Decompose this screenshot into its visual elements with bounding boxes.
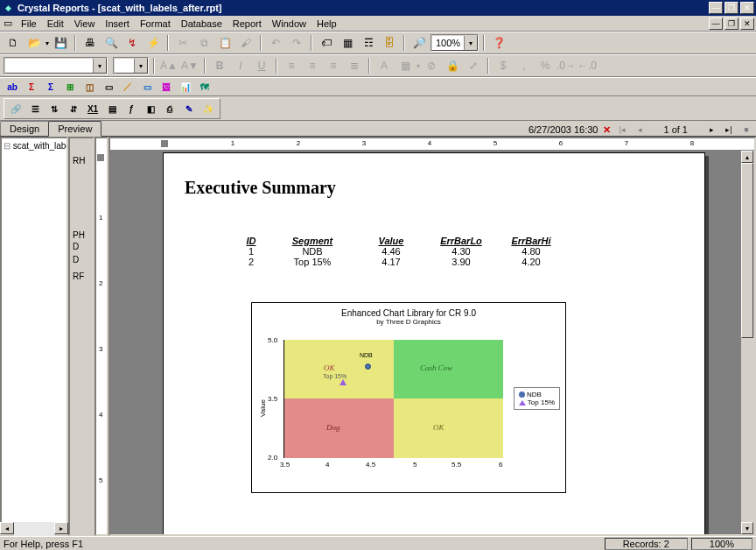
align-justify-button[interactable]: ≣: [345, 56, 364, 75]
open-dropdown[interactable]: ▾: [46, 39, 49, 47]
bold-button[interactable]: B: [210, 56, 229, 75]
refresh-button[interactable]: ⚡: [144, 33, 163, 53]
insert-summary-button[interactable]: Σ: [23, 78, 40, 95]
scroll-left-button[interactable]: ◂: [0, 522, 14, 534]
format-expert-button[interactable]: ✎: [180, 100, 198, 117]
section-d2[interactable]: D: [73, 255, 79, 264]
italic-button[interactable]: I: [231, 56, 250, 75]
insert-line-button[interactable]: ／: [119, 78, 136, 95]
group-tree-button[interactable]: 🏷: [317, 33, 336, 53]
insert-box-button[interactable]: ▭: [138, 78, 156, 95]
format-painter-button[interactable]: 🖌: [236, 33, 256, 53]
doc-minimize-button[interactable]: —: [709, 18, 723, 30]
cut-button[interactable]: ✂: [173, 33, 192, 53]
zoom-value[interactable]: 100%: [432, 36, 464, 50]
align-center-button[interactable]: ≡: [303, 56, 322, 75]
print-preview-button[interactable]: 🔍: [102, 33, 121, 53]
open-button[interactable]: 📂: [24, 33, 44, 53]
menu-view[interactable]: View: [69, 17, 101, 31]
borders-dropdown[interactable]: ▾: [416, 62, 420, 70]
tab-design[interactable]: Design: [0, 121, 49, 136]
new-button[interactable]: 🗋: [4, 33, 23, 53]
currency-button[interactable]: $: [494, 56, 513, 75]
page-vertical-scrollbar[interactable]: ▴ ▾: [740, 151, 754, 534]
font-value[interactable]: [5, 59, 93, 73]
database-expert-button[interactable]: 🔗: [7, 100, 24, 117]
zoom-combo[interactable]: 100% ▾: [430, 34, 479, 52]
repository-button[interactable]: 🗄: [380, 33, 399, 53]
page-scroll[interactable]: Executive Summary ID Segment Value ErrBa…: [110, 151, 754, 534]
print-button[interactable]: 🖶: [80, 33, 100, 53]
next-page-button[interactable]: ▸: [705, 123, 718, 136]
redo-button[interactable]: ↷: [287, 33, 306, 53]
group-sort-expert-button[interactable]: ⇅: [46, 100, 63, 117]
chart-object[interactable]: Enhanced Chart Library for CR 9.0 by Thr…: [251, 302, 566, 493]
stop-button[interactable]: ■: [740, 123, 752, 136]
olap-expert-button[interactable]: ◧: [142, 100, 159, 117]
lock-size-button[interactable]: ⤢: [464, 56, 483, 75]
insert-crosstab-button[interactable]: ⊞: [61, 78, 79, 95]
insert-olap-button[interactable]: ◫: [80, 78, 98, 95]
export-button[interactable]: ↯: [122, 33, 142, 53]
thousands-button[interactable]: ,: [514, 56, 534, 75]
font-combo[interactable]: ▾: [4, 57, 108, 74]
section-ph[interactable]: PH: [73, 230, 85, 240]
percent-button[interactable]: %: [536, 56, 555, 75]
help-button[interactable]: ❓: [489, 33, 508, 53]
menu-window[interactable]: Window: [267, 17, 312, 31]
fontsize-combo[interactable]: ▾: [113, 57, 149, 74]
lock-format-button[interactable]: 🔒: [443, 56, 462, 75]
align-right-button[interactable]: ≡: [324, 56, 343, 75]
close-button[interactable]: ✕: [740, 2, 754, 14]
section-rf[interactable]: RF: [73, 271, 84, 281]
decrease-font-button[interactable]: A▼: [180, 56, 200, 75]
paste-button[interactable]: 📋: [215, 33, 234, 53]
insert-group-button[interactable]: Σ: [42, 78, 60, 95]
section-rh[interactable]: RH: [73, 156, 85, 166]
underline-button[interactable]: U: [252, 56, 271, 75]
increase-font-button[interactable]: A▲: [159, 56, 178, 75]
section-expert-button[interactable]: ▤: [103, 100, 121, 117]
formula-workshop-button[interactable]: ƒ: [122, 100, 140, 117]
group-expert-button[interactable]: ☰: [26, 100, 44, 117]
last-page-button[interactable]: ▸|: [723, 123, 735, 136]
insert-map-button[interactable]: 🗺: [196, 78, 214, 95]
outside-borders-button[interactable]: ▦: [396, 56, 415, 75]
prev-page-button[interactable]: ◂: [634, 123, 646, 136]
field-explorer-button[interactable]: ▦: [338, 33, 357, 53]
doc-close-button[interactable]: ✕: [740, 18, 754, 30]
insert-subreport-button[interactable]: ▭: [100, 78, 117, 95]
report-explorer-button[interactable]: ☶: [359, 33, 378, 53]
fontsize-value[interactable]: [115, 59, 134, 73]
find-button[interactable]: 🔎: [410, 33, 429, 53]
tree-hscroll[interactable]: ◂ ▸: [0, 522, 68, 536]
increase-decimals-button[interactable]: .0→: [556, 56, 576, 75]
scroll-right-button[interactable]: ▸: [54, 522, 68, 534]
highlighting-expert-button[interactable]: ✨: [200, 100, 217, 117]
font-color-button[interactable]: A: [374, 56, 394, 75]
align-left-button[interactable]: ≡: [282, 56, 301, 75]
first-page-button[interactable]: |◂: [616, 123, 628, 136]
undo-button[interactable]: ↶: [266, 33, 285, 53]
chevron-down-icon[interactable]: ▾: [134, 59, 147, 73]
chevron-down-icon[interactable]: ▾: [93, 59, 106, 73]
insert-text-button[interactable]: ab: [4, 78, 21, 95]
save-button[interactable]: 💾: [51, 33, 70, 53]
scroll-down-button[interactable]: ▾: [741, 522, 753, 534]
menu-insert[interactable]: Insert: [100, 17, 135, 31]
insert-picture-button[interactable]: 🖼: [158, 78, 175, 95]
tree-root-item[interactable]: scat_with_label: [4, 140, 65, 152]
menu-report[interactable]: Report: [228, 17, 267, 31]
document-icon[interactable]: ▭: [2, 18, 14, 30]
zoom-dropdown-arrow[interactable]: ▾: [464, 36, 477, 50]
record-sort-expert-button[interactable]: ⇵: [65, 100, 82, 117]
menu-file[interactable]: File: [16, 17, 42, 31]
copy-button[interactable]: ⧉: [194, 33, 214, 53]
insert-chart-button[interactable]: 📊: [177, 78, 194, 95]
decrease-decimals-button[interactable]: ←.0: [578, 56, 597, 75]
menu-format[interactable]: Format: [135, 17, 176, 31]
section-d1[interactable]: D: [73, 242, 79, 251]
maximize-button[interactable]: ❐: [724, 2, 738, 14]
scroll-thumb[interactable]: [741, 163, 753, 338]
group-tree[interactable]: scat_with_label: [0, 137, 68, 536]
